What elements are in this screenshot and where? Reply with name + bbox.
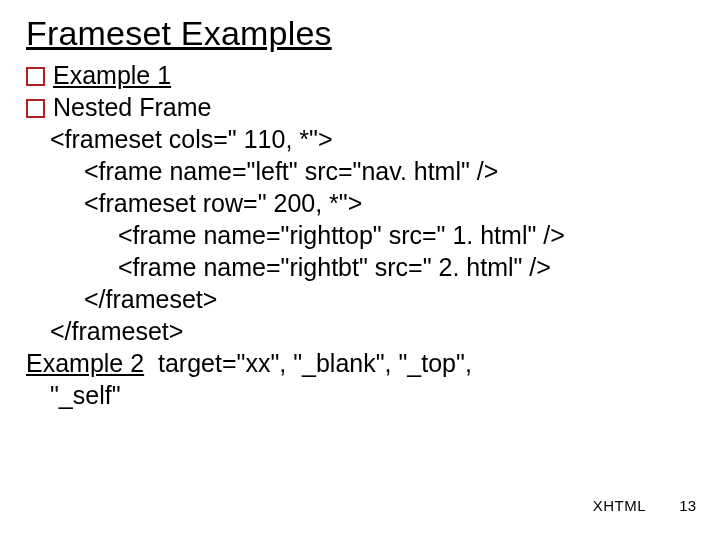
nested-frame-label: Nested Frame xyxy=(53,91,211,123)
slide-title: Frameset Examples xyxy=(26,14,694,53)
bullet-nested-frame: Nested Frame xyxy=(26,91,694,123)
example-2-targets-1: target="xx", "_blank", "_top", xyxy=(144,349,472,377)
example-2-line: Example 2 target="xx", "_blank", "_top", xyxy=(26,347,694,379)
code-line: <frame name="righttop" src=" 1. html" /> xyxy=(26,219,694,251)
code-line: <frameset cols=" 110, *"> xyxy=(26,123,694,155)
code-line: <frameset row=" 200, *"> xyxy=(26,187,694,219)
bullet-example-1: Example 1 xyxy=(26,59,694,91)
square-bullet-icon xyxy=(26,67,45,86)
slide-body: Example 1 Nested Frame <frameset cols=" … xyxy=(26,59,694,411)
footer-page-number: 13 xyxy=(679,497,696,514)
code-line: <frame name="rightbt" src=" 2. html" /> xyxy=(26,251,694,283)
slide: Frameset Examples Example 1 Nested Frame… xyxy=(0,0,720,540)
example-1-link[interactable]: Example 1 xyxy=(53,59,171,91)
square-bullet-icon xyxy=(26,99,45,118)
example-2-targets-2: "_self" xyxy=(26,379,694,411)
footer-topic: XHTML xyxy=(593,497,646,514)
code-line: </frameset> xyxy=(26,283,694,315)
example-2-link[interactable]: Example 2 xyxy=(26,349,144,377)
code-line: <frame name="left" src="nav. html" /> xyxy=(26,155,694,187)
code-line: </frameset> xyxy=(26,315,694,347)
